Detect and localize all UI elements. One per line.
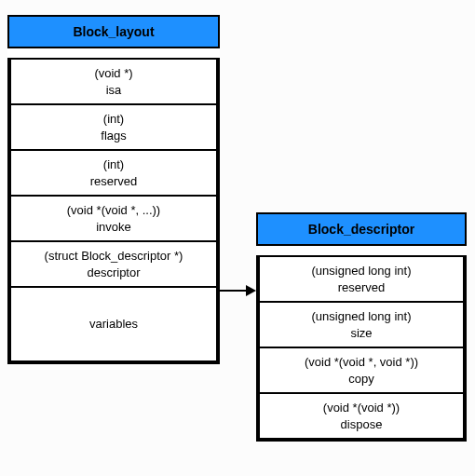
field-type: (void *(void *, void *)) (267, 354, 455, 371)
field-name: isa (19, 82, 209, 99)
struct-block-layout: Block_layout (void *) isa (int) flags (i… (7, 15, 220, 364)
field-reserved: (unsigned long int) reserved (258, 255, 465, 303)
field-descriptor: (struct Block_descriptor *) descriptor (9, 242, 218, 288)
field-type: (int) (19, 111, 209, 128)
svg-marker-1 (246, 285, 256, 296)
field-size: (unsigned long int) size (258, 303, 465, 348)
field-name: flags (19, 128, 209, 144)
field-type: (void *(void *, ...)) (19, 202, 209, 219)
field-name: copy (267, 371, 455, 388)
field-name: dispose (267, 416, 455, 433)
field-type: (int) (19, 156, 209, 173)
struct-block-descriptor: Block_descriptor (unsigned long int) res… (256, 212, 467, 442)
field-name: reserved (19, 173, 209, 190)
field-dispose: (void *(void *)) dispose (258, 394, 465, 440)
field-reserved: (int) reserved (9, 151, 218, 197)
field-name: invoke (19, 219, 209, 236)
field-type: (void *(void *)) (267, 400, 455, 416)
struct-body: (unsigned long int) reserved (unsigned l… (256, 255, 467, 442)
field-type: (unsigned long int) (267, 263, 455, 279)
struct-title: Block_descriptor (256, 212, 467, 246)
field-type: (unsigned long int) (267, 308, 455, 325)
field-name: descriptor (19, 265, 209, 281)
field-copy: (void *(void *, void *)) copy (258, 348, 465, 394)
arrow-icon (220, 281, 257, 300)
field-name: reserved (267, 279, 455, 296)
field-type: (void *) (19, 65, 209, 82)
field-isa: (void *) isa (9, 58, 218, 105)
struct-title: Block_layout (7, 15, 220, 48)
field-flags: (int) flags (9, 105, 218, 151)
field-invoke: (void *(void *, ...)) invoke (9, 197, 218, 242)
field-type: (struct Block_descriptor *) (19, 248, 209, 265)
field-variables: variables (9, 288, 218, 362)
field-name: size (267, 325, 455, 342)
struct-body: (void *) isa (int) flags (int) reserved … (7, 58, 220, 364)
field-name: variables (19, 316, 209, 333)
